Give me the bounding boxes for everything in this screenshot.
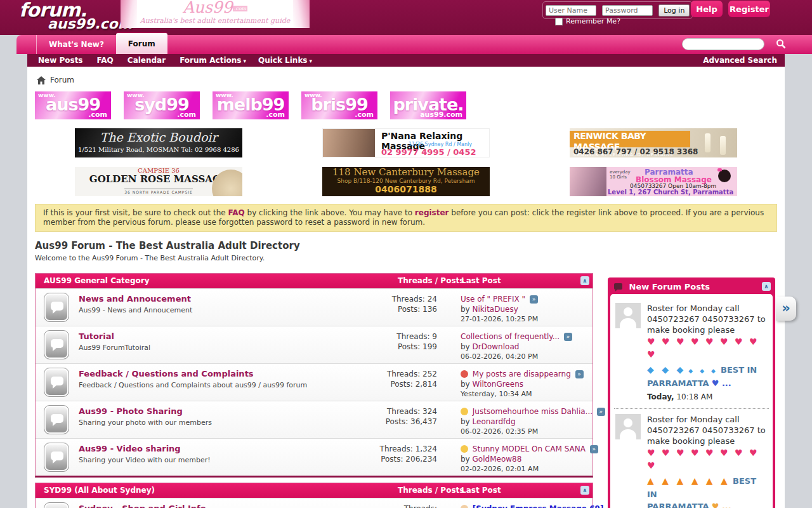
goto-last-post-icon[interactable]: »: [564, 333, 572, 341]
ad-golden-sub: 36 NORTH PARADE CAMPSIE: [124, 189, 193, 195]
goto-last-post-icon[interactable]: »: [530, 295, 538, 304]
column-threads-posts: Threads / Posts: [398, 274, 464, 288]
category-header[interactable]: AUS99 General Category Threads / Posts L…: [36, 274, 593, 288]
last-post-author[interactable]: WiltonGreens: [473, 380, 524, 389]
forum-row: News and Annoucement Aus99 - News and An…: [36, 288, 593, 326]
sidebar-expand-handle[interactable]: »: [776, 297, 796, 321]
site-banner-logo[interactable]: www. melb99 .com: [213, 91, 289, 119]
category-header[interactable]: SYD99 (All About Sydney) Threads / Posts…: [36, 483, 593, 498]
help-button[interactable]: Help: [691, 1, 723, 17]
login-button[interactable]: Log in: [658, 4, 690, 17]
forum-list: AUS99 General Category Threads / Posts L…: [35, 273, 593, 508]
register-link[interactable]: register: [415, 208, 449, 217]
advanced-search-link[interactable]: Advanced Search: [703, 54, 777, 67]
collapse-icon[interactable]: ∧: [762, 282, 771, 291]
goto-last-post-icon[interactable]: »: [597, 408, 605, 416]
header-banner-ad[interactable]: Aus99.com Australia's best adult enterta…: [121, 0, 310, 28]
subnav-link[interactable]: FAQ: [97, 54, 115, 67]
site-banner-logo[interactable]: private. aus99.com: [390, 91, 466, 119]
tab-whats-new[interactable]: What's New?: [36, 35, 116, 54]
last-post-link[interactable]: Stunny MODEL On CAM SANA: [473, 444, 586, 453]
site-banner-logo[interactable]: www. bris99 .com: [301, 91, 377, 119]
subnav-link[interactable]: Forum Actions▾: [180, 54, 246, 67]
last-post-link[interactable]: Use of " PREFIX ": [461, 295, 525, 304]
ad-canterbury-massage[interactable]: 118 New Canterbury Massage Shop B/118-12…: [322, 167, 490, 196]
ad-parra-corner: everyday 10 Girls: [610, 170, 631, 180]
forum-row: Aus99 - Photo Sharing Sharing your photo…: [36, 401, 593, 438]
column-last-post: Last Post: [461, 274, 501, 288]
search-input[interactable]: [682, 38, 764, 50]
forum-icon: [44, 368, 69, 397]
last-post-author[interactable]: NikitaDuesy: [473, 305, 518, 314]
ad-exotic-boudoir[interactable]: The Exotic Boudoir 1/521 Military Road, …: [75, 128, 242, 157]
forum-link[interactable]: Sydney - Shop and Girl Info: [79, 504, 351, 508]
post-text: Roster for Monday call 0450723267 045073…: [647, 304, 766, 335]
goto-last-post-icon[interactable]: »: [575, 370, 584, 378]
register-button[interactable]: Register: [728, 1, 770, 17]
best-in-text2: PARRAMATTA: [647, 502, 709, 508]
ad-canterbury-phone: 0406071888: [322, 185, 490, 194]
collapse-icon[interactable]: ∧: [580, 276, 589, 285]
ad-pnana-massage[interactable]: P'Nana Relaxing Massage 11/36 Sydney Rd …: [322, 128, 490, 157]
double-chevron-icon: »: [782, 300, 790, 316]
hearts-icons: ♥ ♥ ♥ ♥ ♥ ♥ ♥ ♥ ♥: [647, 335, 768, 361]
chevron-down-icon: ▾: [243, 58, 246, 64]
sidebar-post[interactable]: Roster for Monday call 0450723267 045073…: [614, 298, 769, 409]
banner-suffix: .com: [177, 110, 196, 119]
ad-pnana-address: 11/36 Sydney Rd / Manly: [409, 142, 472, 147]
faq-link[interactable]: FAQ: [228, 208, 244, 217]
username-input[interactable]: [546, 5, 596, 16]
last-post-link[interactable]: My posts are disappearng: [473, 370, 571, 378]
collapse-icon[interactable]: ∧: [580, 486, 589, 495]
forum-link[interactable]: Aus99 - Video sharing: [79, 444, 351, 453]
forum-link[interactable]: Feedback / Questions and Complaints: [79, 369, 351, 378]
forum-icon: [44, 502, 69, 508]
last-post-cell: Stunny MODEL On CAM SANA » by GoldMeow88…: [461, 444, 587, 474]
ad-parramatta-blossom-massage[interactable]: everyday 10 Girls Parramatta Blossom Mas…: [570, 167, 737, 196]
banner-suffix: .com: [355, 110, 374, 119]
tab-forum[interactable]: Forum: [116, 33, 167, 54]
logo-line2: aus99.com: [48, 17, 133, 31]
forum-stats: Threads: 61,276: [359, 504, 437, 508]
forum-stats: Threads: 24 Posts: 136: [359, 294, 437, 314]
last-post-link[interactable]: [Sydney Empress Massage 69]: [473, 504, 604, 508]
column-threads-posts: Threads / Posts: [398, 483, 464, 498]
sub-navigation: New Posts FAQ Calendar Forum Actions▾ Qu…: [27, 54, 785, 67]
login-form: Log in: [542, 1, 693, 19]
forum-link[interactable]: Tutorial: [79, 331, 351, 341]
ad-banner-grid: The Exotic Boudoir 1/521 Military Road, …: [27, 128, 785, 196]
banner-suffix: .com: [88, 110, 107, 119]
remember-me-checkbox[interactable]: [555, 18, 563, 25]
site-banner-logo[interactable]: www. aus99 .com: [35, 91, 111, 119]
home-icon[interactable]: [37, 76, 46, 84]
subnav-link[interactable]: Calendar: [128, 54, 167, 67]
site-banner-logo[interactable]: www. syd99 .com: [124, 91, 200, 119]
post-icons-small: ◆ ◆ ◆: [688, 368, 718, 374]
last-post-author[interactable]: DrDownload: [473, 342, 520, 351]
forum-link[interactable]: News and Annoucement: [79, 294, 351, 304]
password-input[interactable]: [602, 5, 653, 16]
last-post-author[interactable]: Leonardfdg: [473, 417, 516, 426]
search-icon[interactable]: [775, 39, 787, 50]
category-title: SYD99 (All About Sydney): [44, 486, 155, 495]
last-post-link[interactable]: Collections of frequently...: [461, 332, 560, 341]
goto-last-post-icon[interactable]: »: [590, 445, 598, 453]
page-subtitle: Welcome to the Aus99 Forum - The Best Au…: [35, 254, 785, 262]
site-logo[interactable]: forum. aus99.com: [19, 1, 133, 31]
banner-title: Aus99.com: [121, 0, 310, 17]
ad-golden-title: GOLDEN ROSE MASSAGE: [75, 174, 242, 184]
forum-link[interactable]: Aus99 - Photo Sharing: [79, 406, 351, 416]
sidebar-header[interactable]: New Forum Posts ∧: [610, 280, 773, 294]
candle-decoration: [705, 133, 710, 152]
ad-parra-photo: [570, 167, 606, 196]
forum-stats: Threads: 324 Posts: 36,437: [359, 406, 437, 427]
ad-golden-rose-massage[interactable]: CAMPSIE 36 GOLDEN ROSE MASSAGE 36 NORTH …: [75, 167, 242, 196]
last-post-link[interactable]: Justsomehourhoe miss Dahlia...: [473, 407, 593, 416]
breadcrumb-forum-link[interactable]: Forum: [50, 76, 74, 84]
subnav-link[interactable]: Quick Links▾: [258, 54, 312, 67]
curtain-left-decoration: [121, 0, 137, 28]
subnav-link[interactable]: New Posts: [38, 54, 85, 67]
last-post-author[interactable]: GoldMeow88: [473, 455, 522, 464]
sidebar-post[interactable]: Roster for Monday call 0450723267 045073…: [614, 409, 769, 508]
ad-renwick-massage[interactable]: RENWICK BABY MASSAGE RENWICK ST LEICHHAR…: [570, 128, 737, 157]
